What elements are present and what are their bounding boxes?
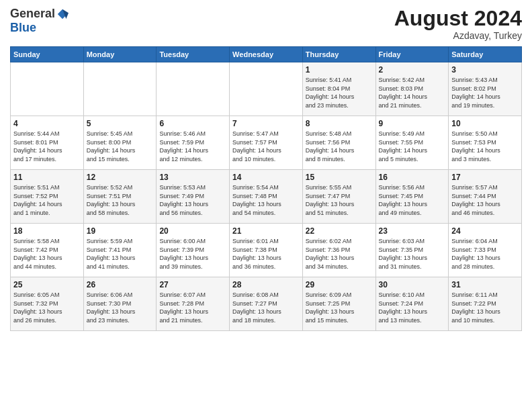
day-info: Sunrise: 5:55 AM Sunset: 7:47 PM Dayligh… [306,183,373,217]
day-number: 24 [451,226,519,236]
day-cell: 10Sunrise: 5:50 AM Sunset: 7:53 PM Dayli… [449,116,522,170]
day-number: 18 [13,226,81,236]
day-number: 14 [232,173,300,182]
day-cell: 2Sunrise: 5:42 AM Sunset: 8:03 PM Daylig… [375,62,449,116]
day-cell: 12Sunrise: 5:52 AM Sunset: 7:51 PM Dayli… [83,170,157,224]
day-cell: 8Sunrise: 5:48 AM Sunset: 7:56 PM Daylig… [302,116,375,170]
day-number: 13 [159,173,226,182]
week-row-1: 1Sunrise: 5:41 AM Sunset: 8:04 PM Daylig… [11,62,522,116]
day-number: 4 [13,119,81,128]
day-number: 17 [451,173,519,182]
day-cell: 20Sunrise: 6:00 AM Sunset: 7:39 PM Dayli… [157,224,230,277]
day-info: Sunrise: 5:44 AM Sunset: 8:01 PM Dayligh… [13,130,81,163]
day-cell: 5Sunrise: 5:45 AM Sunset: 8:00 PM Daylig… [83,116,157,170]
day-number: 7 [232,119,300,128]
day-cell: 16Sunrise: 5:56 AM Sunset: 7:45 PM Dayli… [375,170,449,224]
day-number: 5 [87,119,154,128]
day-cell: 9Sunrise: 5:49 AM Sunset: 7:55 PM Daylig… [375,116,449,170]
day-info: Sunrise: 6:01 AM Sunset: 7:38 PM Dayligh… [232,237,300,271]
day-info: Sunrise: 5:52 AM Sunset: 7:51 PM Dayligh… [87,183,154,217]
day-number: 30 [379,280,446,289]
day-info: Sunrise: 6:00 AM Sunset: 7:39 PM Dayligh… [159,237,226,271]
logo-general: General [10,7,55,21]
day-info: Sunrise: 6:05 AM Sunset: 7:32 PM Dayligh… [13,291,81,324]
day-info: Sunrise: 6:02 AM Sunset: 7:36 PM Dayligh… [306,237,373,271]
day-info: Sunrise: 5:59 AM Sunset: 7:41 PM Dayligh… [87,237,154,271]
day-number: 27 [159,280,226,289]
day-info: Sunrise: 5:49 AM Sunset: 7:55 PM Dayligh… [379,130,446,163]
day-number: 8 [306,119,373,128]
week-row-5: 25Sunrise: 6:05 AM Sunset: 7:32 PM Dayli… [11,277,522,331]
day-cell [11,62,84,116]
day-info: Sunrise: 6:10 AM Sunset: 7:24 PM Dayligh… [379,291,446,324]
day-info: Sunrise: 5:57 AM Sunset: 7:44 PM Dayligh… [451,183,519,217]
header: General Blue August 2024 Azdavay, Turkey [10,7,522,41]
day-info: Sunrise: 5:45 AM Sunset: 8:00 PM Dayligh… [87,130,154,163]
day-cell: 30Sunrise: 6:10 AM Sunset: 7:24 PM Dayli… [375,277,449,331]
calendar-table: SundayMondayTuesdayWednesdayThursdayFrid… [10,46,522,331]
month-title: August 2024 [394,7,522,30]
day-cell: 11Sunrise: 5:51 AM Sunset: 7:52 PM Dayli… [11,170,84,224]
day-info: Sunrise: 5:48 AM Sunset: 7:56 PM Dayligh… [306,130,373,163]
day-info: Sunrise: 6:06 AM Sunset: 7:30 PM Dayligh… [87,291,154,324]
weekday-header-sunday: Sunday [11,47,84,62]
day-info: Sunrise: 6:04 AM Sunset: 7:33 PM Dayligh… [451,237,519,271]
week-row-2: 4Sunrise: 5:44 AM Sunset: 8:01 PM Daylig… [11,116,522,170]
day-info: Sunrise: 5:54 AM Sunset: 7:48 PM Dayligh… [232,183,300,217]
logo-blue: Blue [10,21,36,35]
day-number: 16 [379,173,446,182]
day-info: Sunrise: 6:11 AM Sunset: 7:22 PM Dayligh… [451,291,519,324]
day-info: Sunrise: 5:46 AM Sunset: 7:59 PM Dayligh… [159,130,226,163]
day-number: 11 [13,173,81,182]
day-cell: 19Sunrise: 5:59 AM Sunset: 7:41 PM Dayli… [83,224,157,277]
day-cell: 24Sunrise: 6:04 AM Sunset: 7:33 PM Dayli… [449,224,522,277]
weekday-header-wednesday: Wednesday [230,47,303,62]
day-number: 22 [306,226,373,236]
day-number: 1 [306,65,373,75]
logo: General Blue [10,7,69,35]
day-cell: 18Sunrise: 5:58 AM Sunset: 7:42 PM Dayli… [11,224,84,277]
day-cell: 23Sunrise: 6:03 AM Sunset: 7:35 PM Dayli… [375,224,449,277]
day-cell: 13Sunrise: 5:53 AM Sunset: 7:49 PM Dayli… [157,170,230,224]
day-cell: 7Sunrise: 5:47 AM Sunset: 7:57 PM Daylig… [230,116,303,170]
calendar-page: General Blue August 2024 Azdavay, Turkey… [0,0,532,411]
weekday-header-friday: Friday [375,47,449,62]
day-number: 2 [379,65,446,75]
day-number: 3 [451,65,519,75]
day-info: Sunrise: 6:03 AM Sunset: 7:35 PM Dayligh… [379,237,446,271]
day-number: 26 [87,280,154,289]
weekday-header-thursday: Thursday [302,47,375,62]
day-cell [83,62,157,116]
day-number: 29 [306,280,373,289]
day-info: Sunrise: 6:09 AM Sunset: 7:25 PM Dayligh… [306,291,373,324]
day-cell: 4Sunrise: 5:44 AM Sunset: 8:01 PM Daylig… [11,116,84,170]
week-row-4: 18Sunrise: 5:58 AM Sunset: 7:42 PM Dayli… [11,224,522,277]
day-cell: 25Sunrise: 6:05 AM Sunset: 7:32 PM Dayli… [11,277,84,331]
day-cell: 29Sunrise: 6:09 AM Sunset: 7:25 PM Dayli… [302,277,375,331]
day-info: Sunrise: 5:42 AM Sunset: 8:03 PM Dayligh… [379,76,446,109]
day-cell: 22Sunrise: 6:02 AM Sunset: 7:36 PM Dayli… [302,224,375,277]
weekday-header-saturday: Saturday [449,47,522,62]
day-info: Sunrise: 6:07 AM Sunset: 7:28 PM Dayligh… [159,291,226,324]
day-cell: 31Sunrise: 6:11 AM Sunset: 7:22 PM Dayli… [449,277,522,331]
day-cell: 1Sunrise: 5:41 AM Sunset: 8:04 PM Daylig… [302,62,375,116]
day-number: 10 [451,119,519,128]
day-number: 23 [379,226,446,236]
day-info: Sunrise: 5:56 AM Sunset: 7:45 PM Dayligh… [379,183,446,217]
day-info: Sunrise: 5:58 AM Sunset: 7:42 PM Dayligh… [13,237,81,271]
day-cell [230,62,303,116]
day-cell: 27Sunrise: 6:07 AM Sunset: 7:28 PM Dayli… [157,277,230,331]
week-row-3: 11Sunrise: 5:51 AM Sunset: 7:52 PM Dayli… [11,170,522,224]
day-cell: 3Sunrise: 5:43 AM Sunset: 8:02 PM Daylig… [449,62,522,116]
day-number: 28 [232,280,300,289]
day-info: Sunrise: 5:51 AM Sunset: 7:52 PM Dayligh… [13,183,81,217]
title-section: August 2024 Azdavay, Turkey [394,7,522,41]
weekday-header-tuesday: Tuesday [157,47,230,62]
day-number: 9 [379,119,446,128]
day-info: Sunrise: 5:53 AM Sunset: 7:49 PM Dayligh… [159,183,226,217]
day-number: 15 [306,173,373,182]
day-info: Sunrise: 6:08 AM Sunset: 7:27 PM Dayligh… [232,291,300,324]
day-info: Sunrise: 5:47 AM Sunset: 7:57 PM Dayligh… [232,130,300,163]
day-number: 25 [13,280,81,289]
day-info: Sunrise: 5:41 AM Sunset: 8:04 PM Dayligh… [306,76,373,109]
